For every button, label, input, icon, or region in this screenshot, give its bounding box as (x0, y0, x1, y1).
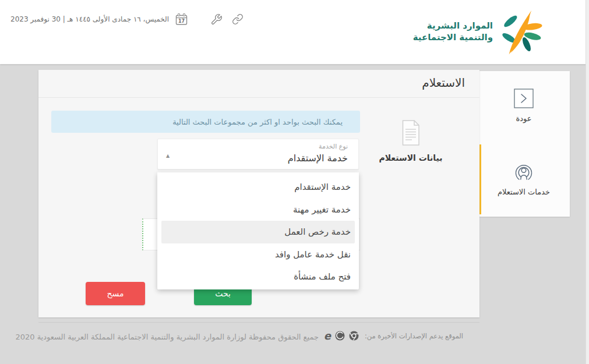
sidebar-item-back[interactable]: عودة (478, 71, 570, 143)
calendar-icon: 17 (175, 13, 188, 26)
inquiry-data-section: بيانات الاستعلام (376, 119, 446, 162)
scrollbar[interactable] (586, 0, 589, 364)
service-type-label: نوع الخدمة (319, 143, 348, 150)
ministry-logo[interactable]: الموارد البشرية والتنمية الاجتماعية (412, 6, 546, 57)
ministry-logo-text: الموارد البشرية والتنمية الاجتماعية (413, 20, 493, 44)
link-icon[interactable] (232, 13, 244, 25)
inquiry-services-label: خدمات الاستعلام (478, 188, 570, 196)
service-type-value: خدمة الإستقدام (288, 153, 348, 164)
date-text: الخميس، ١٦ جمادى الأولى ١٤٤٥ هـ | 30 نوف… (10, 15, 169, 23)
inquiry-data-label: بيانات الاستعلام (376, 153, 446, 162)
supported-browsers: الموقع يدعم الإصدارات الأخيرة من: e (320, 331, 463, 341)
chrome-icon (349, 331, 359, 341)
wrench-icon[interactable] (210, 13, 223, 26)
ministry-logo-mark (493, 6, 546, 57)
document-icon (400, 119, 422, 146)
broadcast-icon (512, 160, 535, 182)
title-divider (38, 97, 479, 98)
dropdown-option-2[interactable]: خدمة تغيير مهنة (157, 199, 359, 221)
internet-explorer-icon: e (324, 331, 331, 341)
clear-button[interactable]: مسح (86, 282, 145, 305)
calendar-day: 17 (178, 19, 185, 24)
dropdown-option-3[interactable]: خدمة رخص العمل (161, 221, 355, 243)
header: الموارد البشرية والتنمية الاجتماعية الخم… (0, 0, 589, 64)
header-tools: الخميس، ١٦ جمادى الأولى ١٤٤٥ هـ | 30 نوف… (10, 10, 244, 28)
sidebar-item-inquiry-services[interactable]: خدمات الاستعلام (478, 143, 570, 217)
back-label: عودة (478, 114, 570, 123)
page-title: الاستعلام (422, 76, 465, 90)
back-chevron-icon (514, 89, 534, 108)
caret-up-icon: ▲ (166, 153, 170, 158)
supported-browsers-label: الموقع يدعم الإصدارات الأخيرة من: (365, 332, 463, 340)
info-message: يمكنك البحث بواحد او اكثر من مجموعات الب… (172, 118, 343, 126)
dropdown-option-5[interactable]: فتح ملف منشأة (157, 266, 359, 288)
inquiry-panel: الاستعلام يمكنك البحث بواحد او اكثر من م… (38, 70, 479, 317)
info-message-bar: يمكنك البحث بواحد او اكثر من مجموعات الب… (51, 111, 360, 133)
footer-divider (38, 322, 479, 323)
service-type-dropdown: خدمة الإستقدام خدمة تغيير مهنة خدمة رخص … (157, 172, 359, 289)
dropdown-option-4[interactable]: نقل خدمة عامل وافد (157, 243, 359, 266)
dropdown-option-1[interactable]: خدمة الإستقدام (157, 176, 359, 199)
sidebar: عودة خدمات الاستعلام (478, 71, 570, 217)
page: { "header": { "date_text": "الخميس، ١٦ ج… (0, 0, 589, 364)
service-type-select[interactable]: نوع الخدمة خدمة الإستقدام ▲ (157, 139, 359, 169)
logo-line-1: الموارد البشرية (413, 20, 493, 31)
firefox-icon (335, 331, 345, 341)
copyright-text: جميع الحقوق محفوظة لوزارة الموارد البشري… (12, 333, 319, 341)
logo-line-2: والتنمية الاجتماعية (413, 31, 493, 43)
